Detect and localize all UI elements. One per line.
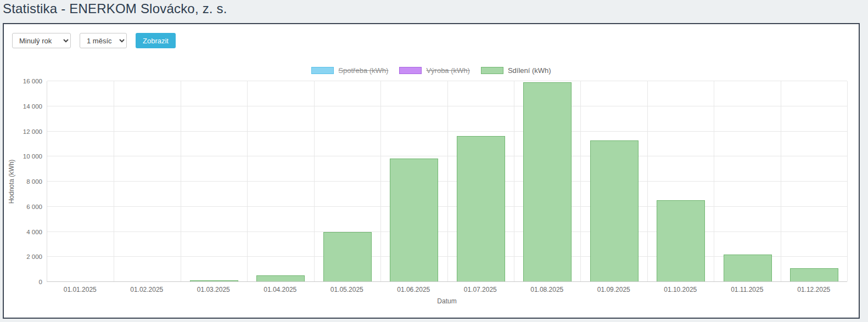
x-tick-label: 01.10.2025 [664,286,697,293]
interval-select[interactable]: 1 měsíc [80,33,127,48]
x-tick-label: 01.12.2025 [797,286,830,293]
x-tick-label: 01.03.2025 [197,286,230,293]
x-tick-label: 01.08.2025 [530,286,563,293]
x-tick-label: 01.02.2025 [130,286,163,293]
bar-chart: Hodnota (kWh) 02 0004 0006 0008 00010 00… [4,81,859,305]
plot-area [47,81,847,282]
legend-label: Výroba (kWh) [426,66,469,75]
legend-swatch [481,67,503,74]
x-tick-label: 01.06.2025 [397,286,430,293]
vertical-gridline [580,81,581,281]
vertical-gridline [247,81,248,281]
page-title: Statistika - ENERKOM Slovácko, z. s. [0,0,868,16]
bar-01.09.2025[interactable] [590,140,639,281]
vertical-gridline [647,81,648,281]
legend-label: Spotřeba (kWh) [338,66,388,75]
x-tick-label: 01.07.2025 [464,286,497,293]
y-tick-label: 6 000 [26,204,42,210]
legend-item[interactable]: Výroba (kWh) [399,66,469,75]
bar-01.06.2025[interactable] [390,159,438,281]
y-tick-label: 12 000 [23,128,42,135]
vertical-gridline [447,81,448,281]
vertical-gridline [314,81,315,281]
y-tick-label: 8 000 [26,178,42,185]
legend-label: Sdílení (kWh) [508,66,551,75]
legend-swatch [399,67,422,74]
bar-01.11.2025[interactable] [724,255,772,281]
bar-01.07.2025[interactable] [457,136,505,281]
y-axis-title: Hodnota (kWh) [4,81,19,282]
bar-01.08.2025[interactable] [523,82,572,281]
vertical-gridline [114,81,114,281]
vertical-gridline [847,81,848,281]
zobrazit-button[interactable]: Zobrazit [136,33,176,48]
vertical-gridline [514,81,514,281]
x-axis-title: Datum [47,297,847,305]
vertical-gridline [380,81,381,281]
y-axis-tick-labels: 02 0004 0006 0008 00010 00012 00014 0001… [19,81,47,282]
y-tick-label: 2 000 [26,253,42,260]
bar-01.12.2025[interactable] [790,268,838,281]
period-select[interactable]: Minulý rok [12,33,71,48]
legend-swatch [311,67,334,74]
x-tick-label: 01.09.2025 [597,286,630,293]
x-tick-label: 01.11.2025 [731,286,763,293]
vertical-gridline [781,81,781,281]
statistics-card: Minulý rok 1 měsíc Zobrazit Spotřeba (kW… [3,23,860,319]
bar-01.10.2025[interactable] [657,200,705,281]
chart-legend: Spotřeba (kWh)Výroba (kWh)Sdílení (kWh) [4,66,859,75]
bar-01.04.2025[interactable] [256,275,305,281]
x-tick-label: 01.01.2025 [64,286,97,293]
chart-controls: Minulý rok 1 měsíc Zobrazit [12,33,859,48]
y-tick-label: 4 000 [26,229,42,235]
legend-item[interactable]: Spotřeba (kWh) [311,66,388,75]
y-tick-label: 0 [39,279,42,285]
x-tick-label: 01.04.2025 [264,286,296,293]
y-axis-title-text: Hodnota (kWh) [8,160,15,204]
vertical-gridline [181,81,181,281]
y-tick-label: 10 000 [23,153,42,160]
x-axis-tick-labels: 01.01.202501.02.202501.03.202501.04.2025… [47,286,847,294]
legend-item[interactable]: Sdílení (kWh) [481,66,551,75]
y-tick-label: 16 000 [23,78,42,84]
vertical-gridline [714,81,714,281]
y-tick-label: 14 000 [23,103,42,110]
x-tick-label: 01.05.2025 [331,286,363,293]
bar-01.03.2025[interactable] [190,280,238,281]
bar-01.05.2025[interactable] [323,232,372,281]
